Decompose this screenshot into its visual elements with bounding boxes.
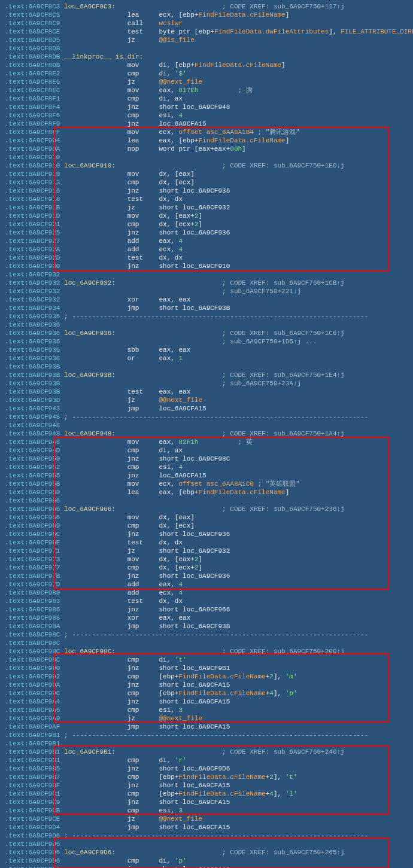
- asm-line: .text:6A9CF916 jnz short loc_6A9CF936: [0, 187, 413, 195]
- asm-line: .text:6A9CF910 loc_6A9CF910: ; CODE XREF…: [0, 162, 413, 170]
- asm-line: .text:6A9CF936 loc_6A9CF936: ; CODE XREF…: [0, 329, 413, 337]
- asm-line: .text:6A9CF927 add eax, 4: [0, 237, 413, 245]
- asm-line: .text:6A9CF9CB cmp esi, 3: [0, 806, 413, 815]
- asm-line: .text:6A9CF8E6 jz @@next_file: [0, 78, 413, 86]
- asm-line: .text:6A9CF932: [0, 270, 413, 279]
- asm-line: .text:6A9CF98A jmp short loc_6A9CF93B: [0, 622, 413, 631]
- asm-line: .text:6A9CF948 ; -----------------------…: [0, 413, 413, 421]
- asm-line: .text:6A9CF92D test dx, dx: [0, 254, 413, 262]
- asm-line: .text:6A9CF9B5 jnz short loc_6A9CF9D6: [0, 765, 413, 773]
- asm-line: .text:6A9CF8FF mov ecx, offset asc_6AA8A…: [0, 128, 413, 136]
- asm-line: .text:6A9CF9B1 ; -----------------------…: [0, 731, 413, 739]
- asm-line: .text:6A9CF960 lea eax, [ebp+FindFileDat…: [0, 488, 413, 497]
- asm-line: .text:6A9CF93D jz @@next_file: [0, 396, 413, 404]
- asm-line: .text:6A9CF98C cmp di, 't': [0, 656, 413, 664]
- asm-line: .text:6A9CF9AF jmp short loc_6A9CFA15: [0, 723, 413, 731]
- asm-line: .text:6A9CF8DB: [0, 44, 413, 53]
- asm-line: .text:6A9CF966: [0, 497, 413, 505]
- asm-line: .text:6A9CF918 test dx, dx: [0, 195, 413, 203]
- asm-line: .text:6A9CF9CE jz @@next_file: [0, 815, 413, 823]
- asm-line: .text:6A9CF8F1 cmp di, ax: [0, 95, 413, 103]
- asm-line: .text:6A9CF934 jmp short loc_6A9CF93B: [0, 304, 413, 312]
- asm-line: .text:6A9CF91D mov dx, [eax+2]: [0, 212, 413, 220]
- asm-line: .text:6A9CF986 jnz short loc_6A9CF966: [0, 605, 413, 614]
- asm-line: .text:6A9CF955 jnz loc_6A9CFA15: [0, 471, 413, 480]
- asm-line: .text:6A9CF98C ; -----------------------…: [0, 631, 413, 639]
- asm-line: .text:6A9CF8F6 cmp esi, 4: [0, 111, 413, 120]
- asm-line: .text:6A9CF8C9 call wcslwr: [0, 19, 413, 28]
- asm-line: .text:6A9CF9D6 cmp di, 'p': [0, 857, 413, 865]
- asm-line: .text:6A9CF952 cmp esi, 4: [0, 463, 413, 471]
- asm-line: .text:6A9CF97B jnz short loc_6A9CF936: [0, 572, 413, 580]
- asm-line: .text:6A9CF936: [0, 321, 413, 329]
- asm-line: .text:6A9CF950 jnz short loc_6A9CF98C: [0, 455, 413, 463]
- asm-line: .text:6A9CF9C1 cmp [ebp+FindFileData.cFi…: [0, 790, 413, 798]
- asm-line: .text:6A9CF948 mov eax, 82F1h ; 英: [0, 438, 413, 446]
- asm-line: .text:6A9CF8CE test byte ptr [ebp+FindFi…: [0, 28, 413, 36]
- asm-line: .text:6A9CF992 cmp [ebp+FindFileData.cFi…: [0, 672, 413, 681]
- asm-line: .text:6A9CF92A add ecx, 4: [0, 245, 413, 254]
- asm-line: .text:6A9CF9A6 cmp esi, 3: [0, 706, 413, 714]
- asm-line: .text:6A9CF8DB __linkproc__ is_dir:: [0, 53, 413, 61]
- asm-line: .text:6A9CF930 jnz short loc_6A9CF910: [0, 262, 413, 270]
- asm-line: .text:6A9CF9D6: [0, 840, 413, 848]
- asm-line: .text:6A9CF938 or eax, 1: [0, 354, 413, 363]
- asm-line: .text:6A9CF90A nop word ptr [eax+eax+00h…: [0, 145, 413, 153]
- asm-line: .text:6A9CF990 jnz short loc_6A9CF9B1: [0, 664, 413, 672]
- asm-line: .text:6A9CF8C3 loc_6A9CF8C3: ; CODE XREF…: [0, 2, 413, 11]
- asm-line: .text:6A9CF932 loc_6A9CF932: ; CODE XREF…: [0, 279, 413, 287]
- asm-line: .text:6A9CF988 xor eax, eax: [0, 614, 413, 622]
- asm-line: .text:6A9CF969 cmp dx, [ecx]: [0, 522, 413, 530]
- asm-line: .text:6A9CF8F4 jnz short loc_6A9CF948: [0, 103, 413, 111]
- asm-line: .text:6A9CF948: [0, 421, 413, 430]
- asm-line: .text:6A9CF936 ; sub_6A9CF750+1D5↑j ...: [0, 337, 413, 346]
- asm-line: .text:6A9CF910: [0, 153, 413, 162]
- asm-line: .text:6A9CF95B mov ecx, offset asc_6AA8A…: [0, 480, 413, 488]
- asm-line: .text:6A9CF904 lea eax, [ebp+FindFileDat…: [0, 136, 413, 145]
- asm-line: .text:6A9CF925 jnz short loc_6A9CF936: [0, 229, 413, 237]
- asm-line: .text:6A9CF9B7 cmp [ebp+FindFileData.cFi…: [0, 773, 413, 781]
- asm-line: .text:6A9CF8DB mov di, [ebp+FindFileData…: [0, 61, 413, 69]
- asm-line: .text:6A9CF966 mov dx, [eax]: [0, 513, 413, 522]
- disassembly-listing: .text:6A9CF8C3 loc_6A9CF8C3: ; CODE XREF…: [0, 0, 413, 868]
- asm-line: .text:6A9CF983 test dx, dx: [0, 597, 413, 605]
- asm-line: .text:6A9CF96C jnz short loc_6A9CF936: [0, 530, 413, 538]
- asm-line: .text:6A9CF980 add ecx, 4: [0, 589, 413, 597]
- asm-line: .text:6A9CF971 jz short loc_6A9CF932: [0, 547, 413, 555]
- asm-line: .text:6A9CF94D cmp di, ax: [0, 446, 413, 455]
- asm-line: .text:6A9CF977 cmp dx, [ecx+2]: [0, 564, 413, 572]
- asm-line: .text:6A9CF8C3 lea ecx, [ebp+FindFileDat…: [0, 11, 413, 19]
- asm-line: .text:6A9CF8E2 cmp di, '$': [0, 69, 413, 78]
- asm-line: .text:6A9CF932 xor eax, eax: [0, 296, 413, 304]
- asm-line: .text:6A9CF9D4 jmp short loc_6A9CFA15: [0, 823, 413, 832]
- asm-line: .text:6A9CF8F9 jnz loc_6A9CFA15: [0, 120, 413, 128]
- asm-line: .text:6A9CF99C cmp [ebp+FindFileData.cFi…: [0, 689, 413, 698]
- asm-line: .text:6A9CF9A4 jnz short loc_6A9CFA15: [0, 698, 413, 706]
- asm-line: .text:6A9CF943 jmp loc_6A9CFA15: [0, 404, 413, 413]
- asm-line: .text:6A9CF93B ; sub_6A9CF750+23A↓j: [0, 379, 413, 388]
- asm-line: .text:6A9CF9B1 cmp di, 'r': [0, 756, 413, 765]
- asm-line: .text:6A9CF91B jz short loc_6A9CF932: [0, 203, 413, 212]
- asm-line: .text:6A9CF99A jnz short loc_6A9CFA15: [0, 681, 413, 689]
- asm-line: .text:6A9CF910 mov dx, [eax]: [0, 170, 413, 178]
- asm-line: .text:6A9CF93B loc_6A9CF93B: ; CODE XREF…: [0, 371, 413, 379]
- asm-line: .text:6A9CF96E test dx, dx: [0, 538, 413, 547]
- asm-line: .text:6A9CF9A9 jz @@next_file: [0, 714, 413, 723]
- asm-line: .text:6A9CF9BF jnz short loc_6A9CFA15: [0, 781, 413, 790]
- asm-line: .text:6A9CF932 ; sub_6A9CF750+221↓j: [0, 287, 413, 296]
- asm-line: .text:6A9CF921 cmp dx, [ecx+2]: [0, 220, 413, 229]
- asm-line: .text:6A9CF936 ; -----------------------…: [0, 312, 413, 321]
- asm-line: .text:6A9CF973 mov dx, [eax+2]: [0, 555, 413, 564]
- asm-line: .text:6A9CF966 loc_6A9CF966: ; CODE XREF…: [0, 505, 413, 513]
- asm-line: .text:6A9CF8D5 jz @@is_file: [0, 36, 413, 44]
- asm-line: .text:6A9CF948 loc_6A9CF948: ; CODE XREF…: [0, 430, 413, 438]
- asm-line: .text:6A9CF93B test eax, eax: [0, 388, 413, 396]
- asm-line: .text:6A9CF98C loc_6A9CF98C: ; CODE XREF…: [0, 647, 413, 656]
- asm-line: .text:6A9CF9C9 jnz short loc_6A9CFA15: [0, 798, 413, 806]
- asm-line: .text:6A9CF8EC mov eax, 817Eh ; 腾: [0, 86, 413, 95]
- asm-line: .text:6A9CF913 cmp dx, [ecx]: [0, 178, 413, 187]
- asm-line: .text:6A9CF93B: [0, 363, 413, 371]
- asm-line: .text:6A9CF9D6 loc_6A9CF9D6: ; CODE XREF…: [0, 848, 413, 857]
- asm-line: .text:6A9CF9D6 ; -----------------------…: [0, 832, 413, 840]
- asm-line: .text:6A9CF9B1: [0, 739, 413, 748]
